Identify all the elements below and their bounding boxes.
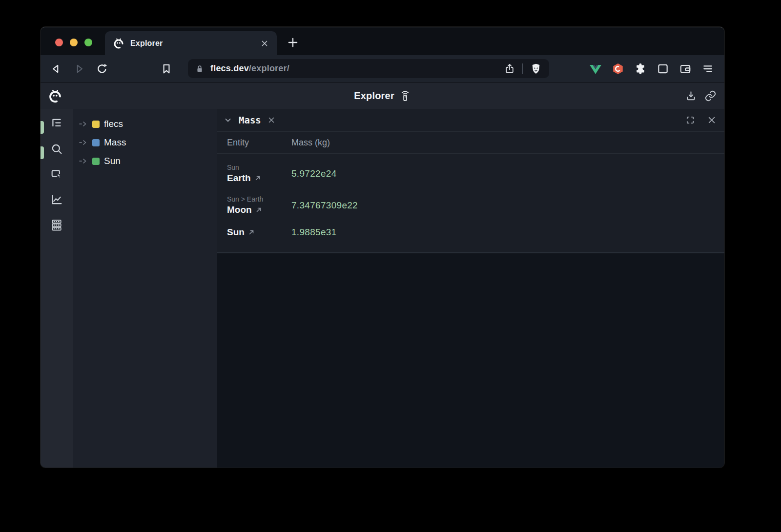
active-indicator <box>41 121 44 134</box>
entity-color-swatch <box>92 158 100 165</box>
sidebar-toggle-icon[interactable] <box>657 62 669 75</box>
entity-link[interactable]: Moon <box>227 205 291 215</box>
entity-parent-path: Sun > Earth <box>227 195 291 203</box>
entity-cell: Sun <box>227 227 291 238</box>
entity-name: Earth <box>227 173 251 184</box>
table-row: Sun 1.9885e31 <box>227 221 724 244</box>
wallet-icon[interactable] <box>679 62 692 75</box>
entity-color-swatch <box>92 139 100 146</box>
tree-item-flecs[interactable]: flecs <box>73 115 217 133</box>
app-header-actions <box>685 90 717 102</box>
download-icon[interactable] <box>685 90 697 102</box>
app-title: Explorer <box>354 90 394 102</box>
browser-tab[interactable]: Explorer <box>105 31 277 55</box>
query-panel-header: Mass <box>217 109 724 131</box>
expand-arrow-icon[interactable] <box>79 159 88 164</box>
link-icon[interactable] <box>704 90 717 102</box>
tree-item-label: Sun <box>104 156 121 166</box>
browser-window: Explorer <box>41 27 724 468</box>
flecs-logo-icon[interactable] <box>48 89 62 103</box>
main-area: Mass <box>217 109 724 468</box>
entity-name: Moon <box>227 205 252 215</box>
table-rows: Sun Earth 5.9722 <box>217 154 724 252</box>
flecs-favicon-icon <box>113 38 124 49</box>
query-panel: Mass <box>217 109 724 253</box>
zoom-window-button[interactable] <box>84 39 92 46</box>
table-row: Sun Earth 5.9722 <box>227 158 724 189</box>
entity-link[interactable]: Sun <box>227 227 291 238</box>
minimize-window-button[interactable] <box>70 39 78 46</box>
remote-connection-icon[interactable] <box>399 90 411 102</box>
mass-value: 7.34767309e22 <box>291 200 358 211</box>
mass-value: 5.9722e24 <box>291 168 337 179</box>
entity-cell: Sun Earth <box>227 164 291 184</box>
forward-button[interactable] <box>73 62 85 75</box>
traffic-lights <box>55 39 92 46</box>
close-window-button[interactable] <box>55 39 63 46</box>
inspect-cursor-icon[interactable] <box>50 167 63 181</box>
left-icon-strip <box>41 109 73 468</box>
address-bar[interactable]: flecs.dev/explorer/ <box>188 59 549 78</box>
table-row: Sun > Earth Moon <box>227 189 724 221</box>
commands-list-icon[interactable] <box>50 218 63 232</box>
entity-link[interactable]: Earth <box>227 173 291 184</box>
share-icon[interactable] <box>504 63 515 75</box>
stats-chart-icon[interactable] <box>50 193 63 206</box>
url-domain: flecs.dev <box>210 63 249 73</box>
reload-button[interactable] <box>96 62 108 75</box>
entity-parent-path: Sun <box>227 164 291 171</box>
page-content: flecs Mass <box>41 109 724 468</box>
tab-bar: Explorer <box>41 27 724 55</box>
app-header: Explorer <box>41 82 724 109</box>
column-header-entity: Entity <box>227 138 291 148</box>
url-path: /explorer/ <box>249 63 289 73</box>
tree-item-label: flecs <box>104 119 123 129</box>
brave-shield-icon[interactable] <box>530 62 542 75</box>
query-close-icon[interactable] <box>267 116 276 124</box>
menu-icon[interactable] <box>701 62 714 75</box>
screenshot: Explorer <box>0 0 781 532</box>
mass-value: 1.9885e31 <box>291 227 337 238</box>
lock-icon <box>195 64 205 74</box>
query-title: Mass <box>239 115 261 125</box>
fullscreen-icon[interactable] <box>685 115 695 125</box>
chevron-down-icon[interactable] <box>223 115 233 125</box>
url-text: flecs.dev/explorer/ <box>210 63 289 74</box>
entity-cell: Sun > Earth Moon <box>227 195 291 215</box>
entity-name: Sun <box>227 227 245 238</box>
expand-arrow-icon[interactable] <box>79 122 88 126</box>
tab-title: Explorer <box>130 39 254 48</box>
hexagon-extension-icon[interactable] <box>612 62 624 75</box>
extensions-puzzle-icon[interactable] <box>634 62 647 75</box>
bookmark-icon[interactable] <box>160 62 173 75</box>
tree-outline-icon[interactable] <box>50 117 63 130</box>
extension-icons <box>589 55 714 82</box>
tree-item-mass[interactable]: Mass <box>73 133 217 152</box>
panel-close-icon[interactable] <box>707 115 717 125</box>
external-link-icon <box>254 175 261 182</box>
table-header: Entity Mass (kg) <box>217 131 724 154</box>
active-indicator <box>41 146 44 159</box>
external-link-icon <box>248 229 255 236</box>
column-header-mass: Mass (kg) <box>291 138 330 148</box>
empty-canvas <box>217 253 724 468</box>
tree-item-sun[interactable]: Sun <box>73 152 217 170</box>
tree-item-label: Mass <box>104 137 126 148</box>
search-icon[interactable] <box>50 142 63 156</box>
entity-color-swatch <box>92 121 100 128</box>
entity-tree-panel: flecs Mass <box>73 109 217 468</box>
browser-toolbar: flecs.dev/explorer/ <box>41 55 724 82</box>
tab-close-icon[interactable] <box>260 39 269 48</box>
divider <box>522 63 523 74</box>
new-tab-button[interactable] <box>286 36 300 49</box>
vue-devtools-icon[interactable] <box>589 62 602 75</box>
expand-arrow-icon[interactable] <box>79 140 88 145</box>
external-link-icon <box>255 206 262 213</box>
back-button[interactable] <box>50 62 62 75</box>
